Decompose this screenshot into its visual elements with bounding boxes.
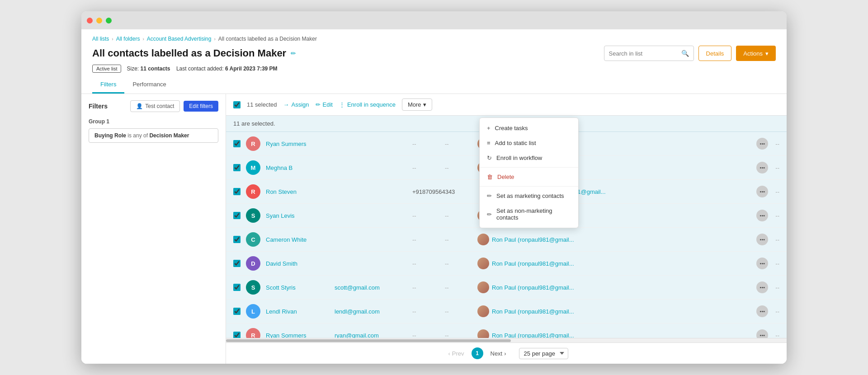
edit-title-icon[interactable]: ✏ — [291, 50, 296, 57]
edit-action[interactable]: ✏ Edit — [316, 101, 333, 108]
contact-email[interactable]: ryan@gmail.com — [335, 332, 407, 338]
contact-name[interactable]: Meghna B — [266, 164, 329, 171]
filter-chip: Buying Role is any of Decision Maker — [89, 128, 218, 143]
contact-more-button[interactable]: ••• — [756, 329, 768, 338]
row-checkbox[interactable] — [233, 236, 241, 243]
row-dash: -- — [775, 212, 779, 219]
dropdown-divider-2 — [480, 186, 578, 187]
contact-name[interactable]: Lendl Rivan — [266, 308, 329, 315]
tab-performance[interactable]: Performance — [124, 77, 174, 94]
row-checkbox[interactable] — [233, 332, 241, 338]
scrollbar-thumb[interactable] — [226, 339, 511, 342]
contact-dash: -- — [445, 260, 472, 267]
title-left: All contacts labelled as a Decision Make… — [92, 47, 296, 59]
contact-phone: -- — [412, 212, 439, 219]
filter-op: is any of — [127, 132, 149, 139]
contact-name[interactable]: Cameron White — [266, 236, 329, 243]
maximize-button[interactable] — [106, 18, 112, 23]
tab-filters[interactable]: Filters — [92, 77, 124, 94]
contact-more-button[interactable]: ••• — [756, 138, 768, 150]
minimize-button[interactable] — [96, 18, 102, 23]
contact-more-button[interactable]: ••• — [756, 234, 768, 245]
main-content: Filters 👤 Test contact Edit filters Grou… — [81, 94, 787, 364]
contact-name[interactable]: Ryan Summers — [266, 141, 329, 147]
page-title: All contacts labelled as a Decision Make… — [92, 47, 286, 59]
row-checkbox[interactable] — [233, 140, 241, 147]
next-button[interactable]: Next › — [487, 348, 510, 359]
search-in-list[interactable]: 🔍 — [604, 46, 694, 61]
contact-more-button[interactable]: ••• — [756, 162, 768, 173]
owner-name: Ron Paul (ronpaul981@gmail... — [492, 260, 574, 267]
contact-owner[interactable]: Ron Paul (ronpaul981@gmail... — [477, 281, 751, 293]
table-row: R Ryan Sommers ryan@gmail.com -- -- Ron … — [226, 323, 787, 338]
dropdown-enroll-workflow[interactable]: ↻ Enroll in workflow — [480, 150, 578, 165]
workflow-icon: ↻ — [487, 155, 492, 161]
select-all-checkbox[interactable] — [233, 101, 241, 108]
more-button[interactable]: More ▾ — [402, 98, 432, 111]
breadcrumb-current: All contacts labelled as a Decision Make… — [218, 36, 317, 42]
contact-name[interactable]: Ron Steven — [266, 188, 329, 195]
page-number[interactable]: 1 — [472, 347, 483, 359]
contact-email[interactable]: scott@gmail.com — [335, 284, 407, 291]
breadcrumb-all-folders[interactable]: All folders — [116, 36, 140, 42]
search-input[interactable] — [604, 50, 677, 57]
enroll-action[interactable]: ⋮ Enroll in sequence — [339, 101, 396, 108]
page-header: All lists › All folders › Account Based … — [81, 29, 787, 94]
contact-dash: -- — [445, 332, 472, 338]
row-checkbox[interactable] — [233, 164, 241, 171]
dropdown-create-tasks[interactable]: + Create tasks — [480, 121, 578, 136]
edit-filters-button[interactable]: Edit filters — [184, 101, 218, 112]
dropdown-set-marketing[interactable]: ✏ Set as marketing contacts — [480, 188, 578, 203]
dropdown-delete[interactable]: 🗑 Delete — [480, 169, 578, 184]
all-selected-text: 11 are selected. — [233, 120, 275, 127]
test-contact-button[interactable]: 👤 Test contact — [130, 100, 180, 112]
row-dash: -- — [775, 236, 779, 243]
contact-owner[interactable]: Ron Paul (ronpaul981@gmail... — [477, 258, 751, 269]
breadcrumb-all-lists[interactable]: All lists — [92, 36, 109, 42]
contact-more-button[interactable]: ••• — [756, 258, 768, 269]
row-checkbox[interactable] — [233, 284, 241, 291]
contact-name[interactable]: Ryan Sommers — [266, 332, 329, 338]
row-checkbox[interactable] — [233, 308, 241, 315]
contact-name[interactable]: Syan Levis — [266, 212, 329, 219]
contact-more-button[interactable]: ••• — [756, 210, 768, 221]
contact-name[interactable]: David Smith — [266, 260, 329, 267]
contact-owner[interactable]: Ron Paul (ronpaul981@gmail... — [477, 329, 751, 338]
row-dash: -- — [775, 164, 779, 171]
contact-owner[interactable]: Ron Paul (ronpaul981@gmail... — [477, 234, 751, 245]
assign-action[interactable]: → Assign — [283, 101, 309, 108]
breadcrumb-sep-3: › — [214, 37, 215, 42]
details-button[interactable]: Details — [698, 46, 732, 61]
contact-more-button[interactable]: ••• — [756, 281, 768, 293]
pencil-icon-1: ✏ — [487, 192, 492, 199]
table-row: L Lendl Rivan lendl@gmail.com -- -- Ron … — [226, 300, 787, 323]
avatar: R — [246, 136, 260, 151]
per-page-select[interactable]: 25 per page 50 per page 100 per page — [519, 348, 568, 359]
dropdown-set-non-marketing[interactable]: ✏ Set as non-marketing contacts — [480, 203, 578, 225]
breadcrumb-aba[interactable]: Account Based Advertising — [147, 36, 212, 42]
assign-arrow-icon: → — [283, 101, 289, 108]
contact-phone: -- — [412, 236, 439, 243]
sidebar-actions: 👤 Test contact Edit filters — [130, 100, 218, 112]
contact-owner[interactable]: Ron Paul (ronpaul981@gmail... — [477, 305, 751, 317]
close-button[interactable] — [87, 18, 93, 23]
contact-dash: -- — [445, 284, 472, 291]
contact-more-button[interactable]: ••• — [756, 305, 768, 317]
contact-dash: -- — [445, 308, 472, 315]
row-checkbox[interactable] — [233, 188, 241, 195]
prev-button[interactable]: ‹ Prev — [444, 348, 467, 359]
horizontal-scrollbar[interactable] — [226, 338, 787, 342]
contact-name[interactable]: Scott Styris — [266, 284, 329, 291]
app-body: All lists › All folders › Account Based … — [81, 29, 787, 364]
dropdown-add-static-list[interactable]: ≡ Add to static list — [480, 136, 578, 150]
contact-dash: -- — [445, 164, 472, 171]
actions-button[interactable]: Actions ▾ — [736, 46, 776, 61]
contact-more-button[interactable]: ••• — [756, 186, 768, 197]
row-checkbox[interactable] — [233, 260, 241, 267]
avatar: R — [246, 184, 260, 199]
title-right: 🔍 Details Actions ▾ — [604, 46, 776, 61]
group-1-label: Group 1 — [89, 118, 218, 125]
row-checkbox[interactable] — [233, 212, 241, 219]
search-button[interactable]: 🔍 — [677, 50, 693, 57]
contact-email[interactable]: lendl@gmail.com — [335, 308, 407, 315]
